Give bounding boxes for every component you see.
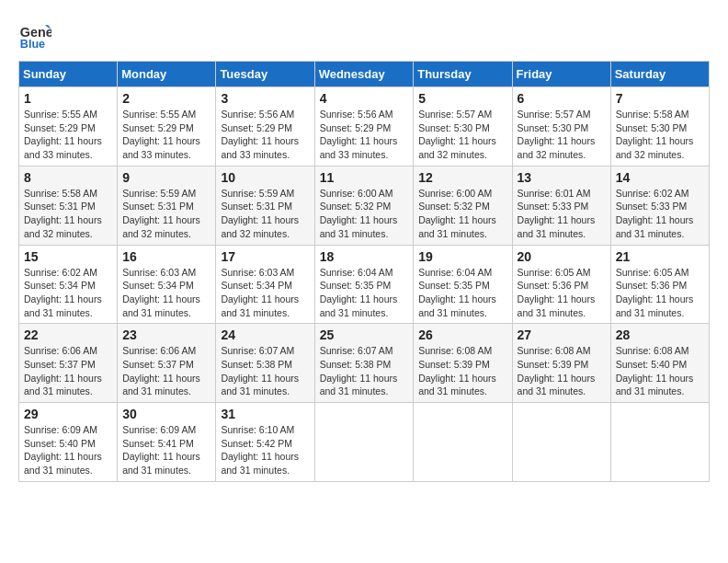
day-detail: Sunrise: 6:01 AMSunset: 5:33 PMDaylight:… <box>518 187 606 241</box>
day-number: 7 <box>616 91 704 106</box>
svg-text:Blue: Blue <box>20 38 45 51</box>
day-detail: Sunrise: 5:59 AMSunset: 5:31 PMDaylight:… <box>221 187 309 241</box>
day-number: 2 <box>122 91 210 106</box>
day-number: 31 <box>221 407 309 421</box>
day-number: 11 <box>320 170 409 185</box>
day-number: 18 <box>320 249 409 264</box>
day-number: 4 <box>320 91 409 106</box>
calendar-cell: 17 Sunrise: 6:03 AMSunset: 5:34 PMDaylig… <box>216 245 314 324</box>
day-number: 10 <box>221 170 309 185</box>
calendar-cell: 25 Sunrise: 6:07 AMSunset: 5:38 PMDaylig… <box>314 324 414 403</box>
calendar-body: 1 Sunrise: 5:55 AMSunset: 5:29 PMDayligh… <box>19 87 710 482</box>
day-number: 9 <box>122 170 210 185</box>
day-detail: Sunrise: 5:55 AMSunset: 5:29 PMDaylight:… <box>122 108 210 162</box>
day-number: 6 <box>518 91 606 106</box>
calendar-cell: 11 Sunrise: 6:00 AMSunset: 5:32 PMDaylig… <box>314 166 414 245</box>
calendar-cell: 28 Sunrise: 6:08 AMSunset: 5:40 PMDaylig… <box>610 324 709 403</box>
calendar-week-5: 29 Sunrise: 6:09 AMSunset: 5:40 PMDaylig… <box>19 403 710 482</box>
calendar-cell: 10 Sunrise: 5:59 AMSunset: 5:31 PMDaylig… <box>216 166 314 245</box>
calendar-week-2: 8 Sunrise: 5:58 AMSunset: 5:31 PMDayligh… <box>19 166 710 245</box>
calendar-cell: 2 Sunrise: 5:55 AMSunset: 5:29 PMDayligh… <box>118 87 216 167</box>
svg-text:General: General <box>20 25 51 40</box>
calendar-cell: 9 Sunrise: 5:59 AMSunset: 5:31 PMDayligh… <box>118 166 216 245</box>
day-header-thursday: Thursday <box>414 62 512 87</box>
day-detail: Sunrise: 5:57 AMSunset: 5:30 PMDaylight:… <box>518 108 606 162</box>
logo-icon: General Blue <box>18 18 51 52</box>
day-number: 15 <box>24 249 112 264</box>
day-number: 23 <box>122 327 210 342</box>
day-number: 26 <box>418 327 506 342</box>
day-detail: Sunrise: 6:08 AMSunset: 5:40 PMDaylight:… <box>616 344 704 398</box>
calendar-cell: 31 Sunrise: 6:10 AMSunset: 5:42 PMDaylig… <box>216 403 314 482</box>
day-number: 19 <box>418 249 506 264</box>
day-number: 28 <box>616 327 704 342</box>
calendar-cell: 19 Sunrise: 6:04 AMSunset: 5:35 PMDaylig… <box>414 245 512 324</box>
day-detail: Sunrise: 6:09 AMSunset: 5:40 PMDaylight:… <box>24 423 112 477</box>
day-detail: Sunrise: 6:05 AMSunset: 5:36 PMDaylight:… <box>616 266 704 320</box>
calendar-cell <box>414 403 512 482</box>
day-detail: Sunrise: 5:56 AMSunset: 5:29 PMDaylight:… <box>221 108 309 162</box>
day-number: 13 <box>518 170 606 185</box>
calendar: SundayMondayTuesdayWednesdayThursdayFrid… <box>18 61 710 482</box>
calendar-cell: 24 Sunrise: 6:07 AMSunset: 5:38 PMDaylig… <box>216 324 314 403</box>
day-detail: Sunrise: 6:02 AMSunset: 5:34 PMDaylight:… <box>24 266 112 320</box>
day-detail: Sunrise: 6:03 AMSunset: 5:34 PMDaylight:… <box>221 266 309 320</box>
day-number: 14 <box>616 170 704 185</box>
day-number: 27 <box>518 327 606 342</box>
day-detail: Sunrise: 6:07 AMSunset: 5:38 PMDaylight:… <box>320 344 409 398</box>
day-detail: Sunrise: 5:58 AMSunset: 5:30 PMDaylight:… <box>616 108 704 162</box>
day-header-wednesday: Wednesday <box>314 62 414 87</box>
calendar-cell: 3 Sunrise: 5:56 AMSunset: 5:29 PMDayligh… <box>216 87 314 167</box>
day-detail: Sunrise: 5:56 AMSunset: 5:29 PMDaylight:… <box>320 108 409 162</box>
calendar-cell: 6 Sunrise: 5:57 AMSunset: 5:30 PMDayligh… <box>512 87 610 167</box>
day-detail: Sunrise: 6:02 AMSunset: 5:33 PMDaylight:… <box>616 187 704 241</box>
day-number: 24 <box>221 327 309 342</box>
day-detail: Sunrise: 5:58 AMSunset: 5:31 PMDaylight:… <box>24 187 112 241</box>
calendar-cell: 22 Sunrise: 6:06 AMSunset: 5:37 PMDaylig… <box>19 324 118 403</box>
calendar-cell <box>314 403 414 482</box>
calendar-cell: 4 Sunrise: 5:56 AMSunset: 5:29 PMDayligh… <box>314 87 414 167</box>
day-detail: Sunrise: 6:00 AMSunset: 5:32 PMDaylight:… <box>320 187 409 241</box>
day-number: 29 <box>24 407 112 421</box>
day-detail: Sunrise: 5:59 AMSunset: 5:31 PMDaylight:… <box>122 187 210 241</box>
day-detail: Sunrise: 6:03 AMSunset: 5:34 PMDaylight:… <box>122 266 210 320</box>
day-detail: Sunrise: 6:08 AMSunset: 5:39 PMDaylight:… <box>418 344 506 398</box>
day-header-tuesday: Tuesday <box>216 62 314 87</box>
header: General Blue <box>18 18 710 52</box>
day-number: 12 <box>418 170 506 185</box>
day-number: 5 <box>418 91 506 106</box>
day-number: 22 <box>24 327 112 342</box>
calendar-cell: 20 Sunrise: 6:05 AMSunset: 5:36 PMDaylig… <box>512 245 610 324</box>
calendar-cell: 23 Sunrise: 6:06 AMSunset: 5:37 PMDaylig… <box>118 324 216 403</box>
day-detail: Sunrise: 6:09 AMSunset: 5:41 PMDaylight:… <box>122 423 210 477</box>
calendar-cell <box>610 403 709 482</box>
day-detail: Sunrise: 6:06 AMSunset: 5:37 PMDaylight:… <box>122 344 210 398</box>
day-number: 3 <box>221 91 309 106</box>
calendar-cell: 27 Sunrise: 6:08 AMSunset: 5:39 PMDaylig… <box>512 324 610 403</box>
day-detail: Sunrise: 6:06 AMSunset: 5:37 PMDaylight:… <box>24 344 112 398</box>
calendar-cell: 14 Sunrise: 6:02 AMSunset: 5:33 PMDaylig… <box>610 166 709 245</box>
day-detail: Sunrise: 6:04 AMSunset: 5:35 PMDaylight:… <box>320 266 409 320</box>
day-detail: Sunrise: 6:05 AMSunset: 5:36 PMDaylight:… <box>518 266 606 320</box>
day-detail: Sunrise: 6:00 AMSunset: 5:32 PMDaylight:… <box>418 187 506 241</box>
calendar-cell: 8 Sunrise: 5:58 AMSunset: 5:31 PMDayligh… <box>19 166 118 245</box>
day-number: 17 <box>221 249 309 264</box>
day-detail: Sunrise: 6:10 AMSunset: 5:42 PMDaylight:… <box>221 423 309 477</box>
calendar-cell: 7 Sunrise: 5:58 AMSunset: 5:30 PMDayligh… <box>610 87 709 167</box>
calendar-cell: 21 Sunrise: 6:05 AMSunset: 5:36 PMDaylig… <box>610 245 709 324</box>
calendar-cell <box>512 403 610 482</box>
calendar-cell: 15 Sunrise: 6:02 AMSunset: 5:34 PMDaylig… <box>19 245 118 324</box>
logo: General Blue <box>18 18 51 52</box>
calendar-week-3: 15 Sunrise: 6:02 AMSunset: 5:34 PMDaylig… <box>19 245 710 324</box>
day-detail: Sunrise: 5:55 AMSunset: 5:29 PMDaylight:… <box>24 108 112 162</box>
day-number: 16 <box>122 249 210 264</box>
calendar-cell: 26 Sunrise: 6:08 AMSunset: 5:39 PMDaylig… <box>414 324 512 403</box>
day-header-friday: Friday <box>512 62 610 87</box>
calendar-cell: 16 Sunrise: 6:03 AMSunset: 5:34 PMDaylig… <box>118 245 216 324</box>
day-number: 30 <box>122 407 210 421</box>
calendar-cell: 30 Sunrise: 6:09 AMSunset: 5:41 PMDaylig… <box>118 403 216 482</box>
calendar-cell: 5 Sunrise: 5:57 AMSunset: 5:30 PMDayligh… <box>414 87 512 167</box>
day-number: 1 <box>24 91 112 106</box>
day-number: 20 <box>518 249 606 264</box>
day-detail: Sunrise: 6:04 AMSunset: 5:35 PMDaylight:… <box>418 266 506 320</box>
